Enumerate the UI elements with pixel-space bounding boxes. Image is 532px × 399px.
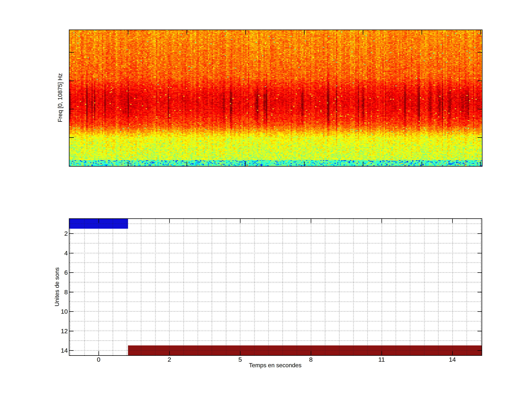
grid-line-vertical (424, 219, 424, 355)
y-tick-label: 4 (42, 250, 68, 256)
grid-line-vertical (84, 219, 85, 355)
spectrogram-x-tick (187, 162, 187, 166)
x-tick (311, 219, 311, 223)
spectrogram-x-tick (128, 162, 128, 166)
y-tick-label: 12 (42, 328, 68, 334)
y-tick (70, 311, 74, 312)
grid-line-vertical (282, 219, 283, 355)
spectrogram-x-tick (422, 162, 422, 166)
x-tick (311, 351, 311, 355)
x-tick-label: 8 (309, 356, 313, 363)
spectrogram-x-tick (480, 30, 481, 35)
spectrogram-y-tick (70, 52, 74, 53)
y-tick (477, 350, 481, 351)
matlab-figure: Freq [0, 10875] Hz 02581114 2468101214 T… (0, 0, 532, 399)
y-tick (477, 331, 481, 331)
y-tick-label: 2 (42, 230, 68, 237)
grid-line-vertical (382, 219, 382, 355)
grid-line-vertical (169, 219, 170, 355)
grid-line-horizontal (70, 341, 481, 341)
spectrogram-x-tick (245, 30, 246, 35)
grid-line-vertical (268, 219, 269, 355)
grid-line-horizontal (70, 233, 481, 234)
activity-plot (69, 218, 482, 356)
x-tick (452, 219, 453, 223)
spectrogram-x-tick (128, 30, 128, 35)
grid-line-vertical (452, 219, 453, 355)
spectrogram-x-tick (480, 162, 481, 166)
grid-line-vertical (297, 219, 297, 355)
grid-line-vertical (311, 219, 311, 355)
spectrogram-plot (69, 30, 482, 167)
grid-line-horizontal (70, 243, 481, 243)
grid-line-horizontal (70, 311, 481, 312)
y-tick (477, 272, 481, 273)
y-tick (477, 292, 481, 292)
spectrogram-y-tick (70, 137, 74, 138)
grid-line-horizontal (70, 331, 481, 331)
spectrogram-x-tick (304, 162, 305, 166)
spectrogram-x-tick (304, 30, 305, 35)
spectrogram-y-tick (70, 109, 74, 109)
y-tick (70, 292, 74, 292)
y-tick (70, 272, 74, 273)
grid-line-vertical (367, 219, 368, 355)
y-tick (477, 311, 481, 312)
grid-line-vertical (198, 219, 198, 355)
grid-line-vertical (141, 219, 141, 355)
grid-line-vertical (481, 219, 481, 355)
grid-line-horizontal (70, 321, 481, 321)
x-tick (169, 219, 170, 223)
grid-line-vertical (155, 219, 156, 355)
grid-line-vertical (353, 219, 354, 355)
y-tick (477, 253, 481, 253)
grid-line-horizontal (70, 282, 481, 282)
y-tick (70, 331, 74, 331)
spectrogram-x-tick (363, 162, 363, 166)
y-tick (477, 233, 481, 234)
grid-line-horizontal (70, 253, 481, 253)
x-tick (381, 219, 382, 223)
x-tick-label: 2 (168, 356, 171, 363)
x-tick (452, 351, 453, 355)
grid-line-vertical (226, 219, 226, 355)
grid-line-vertical (184, 219, 184, 355)
y-tick (70, 233, 74, 234)
spectrogram-y-tick (477, 52, 482, 53)
grid-line-vertical (339, 219, 340, 355)
x-tick (240, 219, 241, 223)
y-axis-label: Unites de sons (53, 267, 60, 306)
x-tick (169, 351, 170, 355)
spectrogram-y-tick (477, 81, 482, 81)
x-tick (98, 351, 99, 355)
grid-line-horizontal (70, 350, 481, 351)
grid-line-vertical (438, 219, 438, 355)
spectrogram-x-tick (245, 162, 246, 166)
grid-line-vertical (70, 219, 70, 355)
grid-line-vertical (240, 219, 240, 355)
grid-line-vertical (98, 219, 99, 355)
x-tick (381, 351, 382, 355)
x-axis-label: Temps en secondes (249, 362, 302, 369)
x-tick (240, 351, 241, 355)
grid-line-vertical (325, 219, 325, 355)
grid-line-horizontal (70, 223, 481, 224)
grid-line-vertical (410, 219, 410, 355)
spectrogram-image (70, 30, 482, 166)
spectrogram-x-tick (422, 30, 422, 35)
y-tick (70, 350, 74, 351)
spectrogram-y-tick (477, 137, 482, 138)
x-tick-label: 11 (378, 356, 385, 363)
y-tick (70, 253, 74, 253)
spectrogram-x-tick (187, 30, 187, 35)
spectrogram-y-tick (477, 109, 482, 109)
x-tick-label: 5 (238, 356, 242, 363)
grid-line-vertical (467, 219, 467, 355)
grid-line-vertical (254, 219, 254, 355)
spectrogram-ylabel: Freq [0, 10875] Hz (57, 73, 63, 122)
grid-line-horizontal (70, 292, 481, 292)
grid-line-vertical (113, 219, 113, 355)
grid-line-vertical (127, 219, 127, 355)
grid-line-horizontal (70, 272, 481, 273)
grid-line-vertical (396, 219, 396, 355)
